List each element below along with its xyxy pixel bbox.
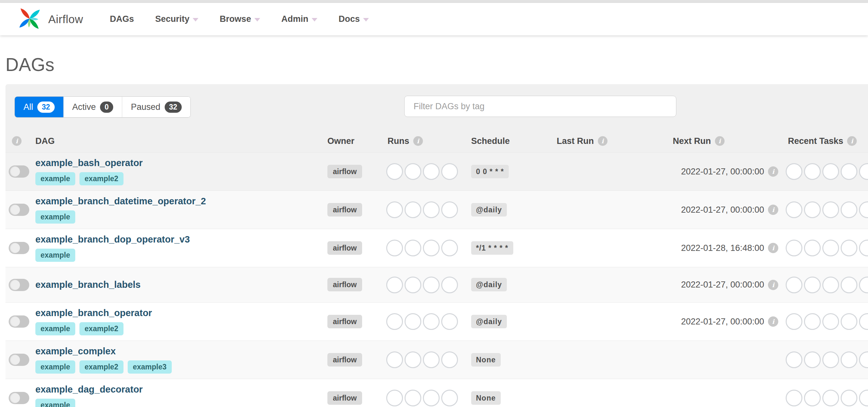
nav-item-browse[interactable]: Browse: [209, 14, 271, 24]
dag-link[interactable]: example_branch_dop_operator_v3: [35, 234, 190, 245]
recent-task-circle[interactable]: [841, 277, 858, 293]
run-status-circle[interactable]: [423, 313, 440, 330]
run-status-circle[interactable]: [405, 277, 421, 293]
dag-pause-toggle[interactable]: [9, 392, 29, 404]
next-run-value-info-icon[interactable]: i: [768, 280, 778, 290]
run-status-circle[interactable]: [441, 313, 458, 330]
recent-task-circle[interactable]: [822, 163, 839, 180]
recent-task-circle[interactable]: [804, 163, 821, 180]
recent-task-circle[interactable]: [786, 240, 802, 256]
run-status-circle[interactable]: [441, 240, 458, 256]
recent-task-circle[interactable]: [859, 240, 868, 256]
dag-column-info-icon[interactable]: i: [12, 136, 22, 146]
dag-tag[interactable]: example: [35, 399, 75, 407]
recent-task-circle[interactable]: [859, 389, 868, 406]
dag-tag[interactable]: example: [35, 322, 75, 335]
recent-task-circle[interactable]: [841, 313, 858, 330]
tab-active[interactable]: Active0: [63, 97, 122, 117]
run-status-circle[interactable]: [423, 389, 440, 406]
column-header-dag[interactable]: DAG: [35, 136, 328, 146]
recent-tasks-info-icon[interactable]: i: [847, 136, 857, 146]
next-run-value-info-icon[interactable]: i: [768, 166, 778, 177]
recent-task-circle[interactable]: [786, 163, 802, 180]
run-status-circle[interactable]: [441, 201, 458, 218]
dag-pause-toggle[interactable]: [9, 165, 29, 178]
column-header-recent-tasks[interactable]: Recent Tasks i: [781, 136, 868, 146]
run-status-circle[interactable]: [405, 389, 421, 406]
dag-tag[interactable]: example: [35, 172, 75, 185]
dag-tag[interactable]: example2: [80, 172, 124, 185]
dag-link[interactable]: example_dag_decorator: [35, 384, 143, 395]
next-run-info-icon[interactable]: i: [715, 136, 724, 146]
run-status-circle[interactable]: [386, 313, 403, 330]
dag-link[interactable]: example_branch_labels: [35, 279, 141, 290]
run-status-circle[interactable]: [423, 201, 440, 218]
dag-link[interactable]: example_branch_datetime_operator_2: [35, 196, 206, 207]
recent-task-circle[interactable]: [804, 313, 821, 330]
recent-task-circle[interactable]: [822, 313, 839, 330]
run-status-circle[interactable]: [386, 277, 403, 293]
column-header-runs[interactable]: Runs i: [386, 136, 469, 146]
next-run-value-info-icon[interactable]: i: [768, 205, 778, 215]
recent-task-circle[interactable]: [841, 163, 858, 180]
tab-all[interactable]: All32: [15, 97, 63, 117]
dag-link[interactable]: example_branch_operator: [35, 308, 152, 318]
run-status-circle[interactable]: [386, 351, 403, 368]
recent-task-circle[interactable]: [786, 351, 802, 368]
run-status-circle[interactable]: [423, 240, 440, 256]
tab-paused[interactable]: Paused32: [122, 97, 190, 117]
dag-tag[interactable]: example: [35, 361, 75, 374]
nav-item-admin[interactable]: Admin: [271, 14, 328, 24]
recent-task-circle[interactable]: [841, 351, 858, 368]
recent-task-circle[interactable]: [841, 389, 858, 406]
recent-task-circle[interactable]: [859, 277, 868, 293]
nav-item-docs[interactable]: Docs: [328, 14, 379, 24]
recent-task-circle[interactable]: [822, 240, 839, 256]
dag-pause-toggle[interactable]: [9, 204, 29, 216]
column-header-next-run[interactable]: Next Run i: [667, 136, 781, 146]
run-status-circle[interactable]: [386, 201, 403, 218]
run-status-circle[interactable]: [386, 240, 403, 256]
run-status-circle[interactable]: [405, 201, 421, 218]
run-status-circle[interactable]: [423, 163, 440, 180]
run-status-circle[interactable]: [386, 389, 403, 406]
run-status-circle[interactable]: [405, 240, 421, 256]
recent-task-circle[interactable]: [786, 389, 802, 406]
recent-task-circle[interactable]: [822, 351, 839, 368]
recent-task-circle[interactable]: [841, 201, 858, 218]
dag-pause-toggle[interactable]: [9, 242, 29, 254]
recent-task-circle[interactable]: [786, 313, 802, 330]
runs-info-icon[interactable]: i: [413, 136, 423, 146]
recent-task-circle[interactable]: [822, 277, 839, 293]
run-status-circle[interactable]: [405, 163, 421, 180]
recent-task-circle[interactable]: [804, 240, 821, 256]
recent-task-circle[interactable]: [786, 277, 802, 293]
recent-task-circle[interactable]: [841, 240, 858, 256]
run-status-circle[interactable]: [423, 351, 440, 368]
next-run-value-info-icon[interactable]: i: [768, 316, 778, 327]
recent-task-circle[interactable]: [804, 201, 821, 218]
column-header-schedule[interactable]: Schedule: [469, 136, 555, 146]
dag-tag[interactable]: example2: [80, 322, 124, 335]
dag-tag[interactable]: example: [35, 210, 75, 224]
run-status-circle[interactable]: [441, 163, 458, 180]
column-header-last-run[interactable]: Last Run i: [555, 136, 667, 146]
recent-task-circle[interactable]: [859, 163, 868, 180]
run-status-circle[interactable]: [405, 351, 421, 368]
dag-pause-toggle[interactable]: [9, 279, 29, 291]
next-run-value-info-icon[interactable]: i: [768, 243, 778, 253]
recent-task-circle[interactable]: [859, 201, 868, 218]
run-status-circle[interactable]: [405, 313, 421, 330]
dag-link[interactable]: example_bash_operator: [35, 158, 143, 168]
run-status-circle[interactable]: [423, 277, 440, 293]
recent-task-circle[interactable]: [822, 201, 839, 218]
tag-filter-input[interactable]: [404, 96, 676, 117]
nav-item-dags[interactable]: DAGs: [99, 14, 145, 24]
run-status-circle[interactable]: [441, 277, 458, 293]
run-status-circle[interactable]: [441, 389, 458, 406]
recent-task-circle[interactable]: [786, 201, 802, 218]
nav-item-security[interactable]: Security: [145, 14, 209, 24]
last-run-info-icon[interactable]: i: [598, 136, 608, 146]
recent-task-circle[interactable]: [822, 389, 839, 406]
recent-task-circle[interactable]: [804, 277, 821, 293]
